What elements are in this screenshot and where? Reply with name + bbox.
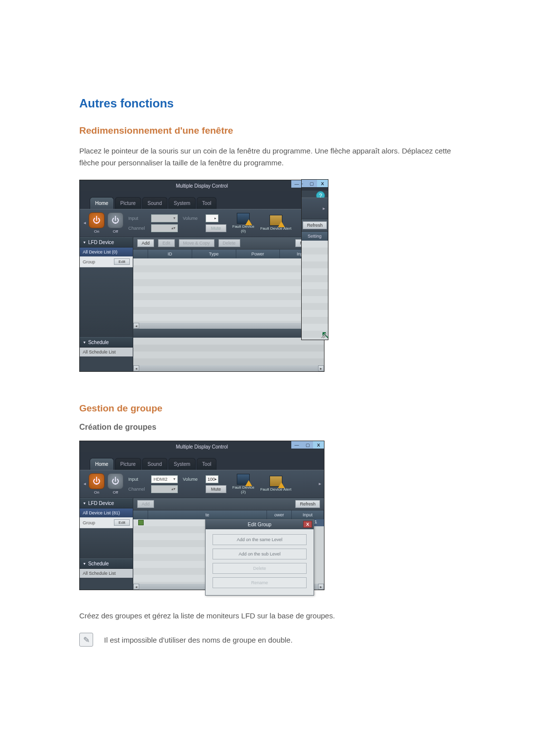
grid-toolbar: Add Refresh xyxy=(133,498,324,510)
sidebar-section-lfd-device[interactable]: ▼LFD Device xyxy=(80,498,133,508)
toolbar-scroll-right-icon[interactable]: ► xyxy=(322,206,325,211)
mute-button[interactable]: Mute xyxy=(206,224,226,232)
scroll-left-icon[interactable]: ◄ xyxy=(133,584,139,590)
col-power[interactable]: ower xyxy=(267,510,292,519)
col-id[interactable]: ID xyxy=(148,250,192,258)
input-select[interactable]: ▾ xyxy=(151,214,178,222)
fault-device-icon[interactable] xyxy=(237,474,250,485)
popup-rename-button[interactable]: Rename xyxy=(213,577,307,588)
window-title: Multiple Display Control xyxy=(176,183,228,189)
sidebar-item-all-device-list[interactable]: All Device List (81) xyxy=(80,508,133,517)
delete-button[interactable]: Delete xyxy=(218,239,240,247)
window-minimize-button[interactable]: — xyxy=(301,180,306,187)
popup-delete-button[interactable]: Delete xyxy=(213,563,307,574)
volume-label: Volume xyxy=(183,477,204,482)
add-button[interactable]: Add xyxy=(137,500,154,508)
toolbar-scroll-right-icon[interactable]: ► xyxy=(318,482,321,486)
window-titlebar[interactable]: Multiple Display Control — ▢ X xyxy=(80,180,324,191)
group-label: Group xyxy=(83,259,95,264)
move-copy-button[interactable]: Move & Copy xyxy=(179,239,214,247)
tab-sound[interactable]: Sound xyxy=(142,458,167,470)
mdc-window-groups: Multiple Display Control — ▢ X ? Home Pi… xyxy=(79,441,324,590)
scroll-left-icon[interactable]: ◄ xyxy=(133,365,139,371)
power-on-button[interactable]: ⏻ xyxy=(89,473,105,489)
tab-picture[interactable]: Picture xyxy=(115,197,141,209)
horizontal-scrollbar[interactable]: ◄► xyxy=(133,323,324,329)
tab-tool[interactable]: Tool xyxy=(197,458,216,470)
device-grid[interactable] xyxy=(133,258,324,323)
col-type[interactable]: te xyxy=(148,510,267,519)
grid-header: ID Type Power Input xyxy=(133,250,324,258)
warning-icon xyxy=(245,480,252,486)
window-maximize-button[interactable]: ▢ xyxy=(302,441,313,449)
refresh-button[interactable]: Refresh xyxy=(295,500,320,508)
col-power[interactable]: Power xyxy=(236,250,280,258)
window-close-button[interactable]: X xyxy=(313,441,324,449)
refresh-button[interactable]: Refresh xyxy=(303,221,327,229)
sidebar-item-group[interactable]: Group Edit xyxy=(80,517,133,528)
window-minimize-button[interactable]: — xyxy=(291,441,302,449)
popup-close-button[interactable]: X xyxy=(303,521,312,528)
sidebar-item-all-schedule-list[interactable]: All Schedule List xyxy=(80,348,133,356)
power-off-button[interactable]: ⏻ xyxy=(107,473,123,489)
tab-picture[interactable]: Picture xyxy=(115,458,141,470)
scroll-left-icon[interactable]: ◄ xyxy=(133,323,139,329)
edit-group-title[interactable]: Edit Group X xyxy=(206,520,314,529)
mdc-window-back: Multiple Display Control — ▢ X ? Home Pi… xyxy=(79,180,324,372)
edit-button[interactable]: Edit xyxy=(158,239,175,247)
input-label: Input xyxy=(128,216,149,221)
window-close-button[interactable]: X xyxy=(317,180,328,187)
sidebar-item-group[interactable]: Group Edit xyxy=(80,256,133,267)
group-label: Group xyxy=(83,520,95,525)
chevron-down-icon: ▾ xyxy=(173,216,175,220)
main-tabbar: Home Picture Sound System Tool xyxy=(80,452,324,470)
sidebar-item-all-device-list[interactable]: All Device List (0) xyxy=(80,248,133,256)
sidebar-item-all-schedule-list[interactable]: All Schedule List xyxy=(80,569,133,578)
fault-alert-icon[interactable] xyxy=(269,215,282,226)
channel-label: Channel xyxy=(128,487,149,492)
add-sub-level-button[interactable]: Add on the sub Level xyxy=(213,549,307,559)
tab-system[interactable]: System xyxy=(168,197,196,209)
mute-button[interactable]: Mute xyxy=(206,485,226,493)
col-input[interactable]: Input xyxy=(292,510,324,519)
channel-select[interactable]: ▴▾ xyxy=(151,224,178,232)
popup-title-label: Edit Group xyxy=(248,522,271,527)
input-select[interactable]: HDMI2▾ xyxy=(151,475,178,483)
chevron-down-icon: ▾ xyxy=(173,477,175,481)
sidebar-section-schedule[interactable]: ▼Schedule xyxy=(80,558,133,569)
tab-system[interactable]: System xyxy=(168,458,196,470)
tab-home[interactable]: Home xyxy=(90,458,114,470)
add-same-level-button[interactable]: Add on the same Level xyxy=(213,534,307,545)
group-edit-button[interactable]: Edit xyxy=(114,519,130,526)
device-grid[interactable] xyxy=(302,241,328,340)
tab-tool[interactable]: Tool xyxy=(197,197,216,209)
resize-handle-icon[interactable] xyxy=(321,333,326,338)
toolbar-scroll-left-icon[interactable]: ◄ xyxy=(83,482,86,486)
volume-stepper[interactable]: 100▸ xyxy=(206,475,218,483)
volume-stepper[interactable]: ▸ xyxy=(206,214,218,222)
sidebar-section-schedule[interactable]: ▼Schedule xyxy=(80,337,133,348)
horizontal-scrollbar[interactable]: ◄► xyxy=(133,365,324,371)
col-type[interactable]: Type xyxy=(192,250,236,258)
window-titlebar[interactable]: Multiple Display Control — ▢ X xyxy=(80,441,324,452)
tab-home[interactable]: Home xyxy=(90,197,114,209)
fault-alert-icon[interactable] xyxy=(269,476,282,487)
channel-select[interactable]: ▴▾ xyxy=(151,485,178,493)
toolbar-scroll-left-icon[interactable]: ◄ xyxy=(83,221,86,225)
scroll-right-icon[interactable]: ► xyxy=(318,584,324,590)
add-button[interactable]: Add xyxy=(137,239,154,247)
scroll-right-icon[interactable]: ► xyxy=(318,365,324,371)
sidebar-section-lfd-device[interactable]: ▼LFD Device xyxy=(80,237,133,248)
group-edit-button[interactable]: Edit xyxy=(114,258,130,265)
power-on-label: On xyxy=(94,229,100,234)
fault-alert-label: Fault Device Alert xyxy=(260,227,291,231)
row-checkbox[interactable] xyxy=(138,520,144,525)
fault-device-icon[interactable] xyxy=(237,213,250,224)
window-maximize-button[interactable]: ▢ xyxy=(306,180,317,187)
col-setting[interactable]: Setting xyxy=(302,232,328,241)
power-off-button[interactable]: ⏻ xyxy=(107,212,123,228)
tab-sound[interactable]: Sound xyxy=(142,197,167,209)
window-minimize-button[interactable]: — xyxy=(291,180,302,188)
footer-grid xyxy=(133,338,324,365)
power-on-button[interactable]: ⏻ xyxy=(89,212,105,228)
